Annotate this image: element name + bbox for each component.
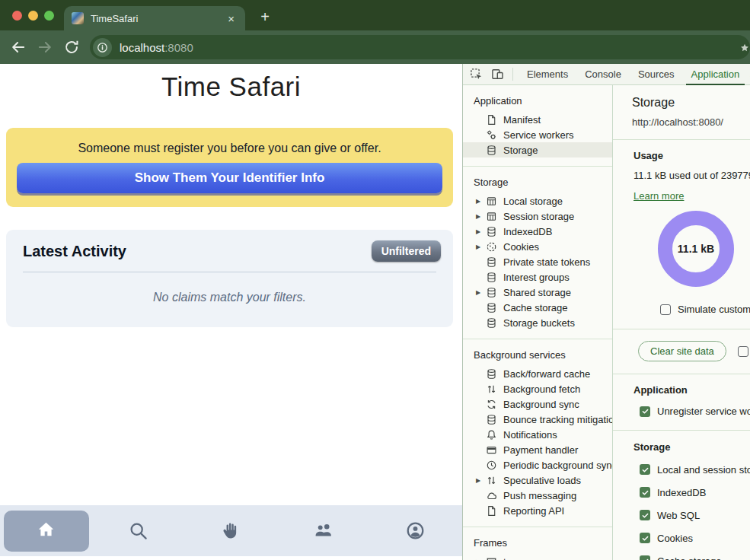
expand-arrow-icon[interactable]: ▶ (476, 243, 486, 250)
database-icon (486, 226, 497, 237)
expand-arrow-icon[interactable]: ▶ (476, 228, 486, 235)
people-icon[interactable] (313, 520, 334, 542)
usage-text: 11.1 kB used out of 239779 (634, 170, 750, 181)
tab-elements[interactable]: Elements (519, 64, 576, 85)
browser-tab[interactable]: TimeSafari × (64, 6, 245, 30)
forward-icon[interactable] (37, 39, 53, 56)
tab-console[interactable]: Console (576, 64, 630, 85)
document-icon (486, 505, 497, 517)
alert-message: Someone must register you before you can… (6, 142, 453, 155)
tree-item-cache-storage[interactable]: Cache storage (463, 300, 612, 315)
expand-arrow-icon[interactable]: ▶ (476, 213, 486, 220)
nav-home-button[interactable] (4, 511, 89, 552)
local-session-checkbox[interactable] (640, 464, 650, 475)
websql-checkbox[interactable] (640, 510, 650, 520)
tree-item-label: Speculative loads (503, 475, 581, 486)
tree-item-private-state-tokens[interactable]: Private state tokens (463, 254, 612, 269)
database-icon (486, 256, 497, 268)
expand-arrow-icon[interactable]: ▶ (476, 289, 486, 296)
inspect-element-icon[interactable] (470, 68, 483, 81)
tree-item-shared-storage[interactable]: ▶Shared storage (463, 285, 612, 300)
checkbox-label: Cache storage (657, 555, 722, 560)
tab-application[interactable]: Application (683, 64, 748, 85)
new-tab-button[interactable]: + (254, 7, 276, 28)
tree-item-payment-handler[interactable]: Payment handler (463, 442, 612, 457)
unregister-sw-checkbox[interactable] (640, 406, 650, 417)
page-content: Time Safari Someone must register you be… (0, 64, 462, 560)
tree-item-local-storage[interactable]: ▶Local storage (463, 193, 612, 208)
learn-more-link[interactable]: Learn more (634, 190, 684, 202)
tree-item-label: Cookies (503, 241, 539, 253)
tree-item-label: Notifications (503, 429, 557, 441)
page-title: Time Safari (0, 64, 462, 102)
tab-close-icon[interactable]: × (225, 11, 238, 26)
search-icon[interactable] (128, 520, 149, 542)
tree-item-background-sync[interactable]: Background sync (463, 396, 612, 412)
unfiltered-button[interactable]: Unfiltered (372, 240, 441, 262)
latest-activity-card: Latest Activity Unfiltered No claims mat… (6, 230, 453, 327)
tree-item-speculative-loads[interactable]: ▶Speculative loads (463, 473, 612, 488)
reload-icon[interactable] (63, 39, 80, 56)
hand-icon[interactable] (220, 520, 241, 542)
profile-icon[interactable] (405, 520, 426, 542)
address-bar[interactable]: localhost:8080 (90, 35, 750, 59)
close-window-button[interactable] (12, 11, 22, 21)
clear-site-data-button[interactable]: Clear site data (638, 341, 726, 361)
tree-item-top-frame[interactable]: ▶top (463, 554, 612, 560)
site-info-icon[interactable] (93, 38, 112, 57)
tree-item-storage[interactable]: Storage (463, 142, 612, 158)
checkbox-label: IndexedDB (657, 487, 706, 498)
tree-item-label: IndexedDB (503, 226, 552, 237)
bell-icon (486, 429, 497, 441)
tree-item-interest-groups[interactable]: Interest groups (463, 269, 612, 285)
tree-item-push-messaging[interactable]: Push messaging (463, 488, 612, 503)
usage-heading: Usage (634, 150, 750, 161)
tree-item-label: top (503, 556, 517, 560)
tree-item-indexeddb[interactable]: ▶IndexedDB (463, 224, 612, 239)
tree-item-storage-buckets[interactable]: Storage buckets (463, 315, 612, 330)
url-text: localhost:8080 (120, 41, 193, 54)
tree-item-label: Interest groups (503, 272, 570, 283)
table-icon (486, 211, 497, 222)
tree-item-service-workers[interactable]: Service workers (463, 127, 612, 142)
url-host: localhost (120, 41, 164, 54)
database-icon (486, 317, 497, 329)
tree-item-label: Background sync (503, 399, 579, 410)
expand-arrow-icon[interactable]: ▶ (476, 477, 486, 484)
simulate-quota-checkbox[interactable] (660, 304, 671, 315)
maximize-window-button[interactable] (44, 11, 54, 21)
show-identifier-info-button[interactable]: Show Them Your Identifier Info (17, 163, 442, 193)
tree-item-notifications[interactable]: Notifications (463, 427, 612, 442)
card-icon (486, 444, 497, 456)
tab-title: TimeSafari (91, 13, 225, 24)
back-icon[interactable] (10, 39, 27, 56)
cookies-checkbox[interactable] (640, 533, 650, 543)
gears-icon (486, 129, 497, 141)
tree-item-periodic-background-sync[interactable]: Periodic background sync (463, 457, 612, 473)
tree-item-cookies[interactable]: ▶Cookies (463, 239, 612, 254)
bottom-nav (0, 505, 462, 556)
bookmark-icon[interactable] (740, 42, 749, 52)
tab-sources[interactable]: Sources (630, 64, 683, 85)
updown-arrows-icon (486, 383, 497, 395)
tree-item-back-forward-cache[interactable]: Back/forward cache (463, 366, 612, 381)
tree-item-background-fetch[interactable]: Background fetch (463, 381, 612, 396)
url-port: :8080 (164, 41, 193, 54)
tree-item-reporting-api[interactable]: Reporting API (463, 503, 612, 518)
device-toolbar-icon[interactable] (491, 68, 504, 81)
tab-favicon (72, 12, 84, 24)
application-tree: Application Manifest Service workers Sto… (463, 85, 613, 560)
unregister-sw-label: Unregister service workers (657, 406, 750, 417)
database-icon (486, 287, 497, 298)
sync-icon (486, 399, 497, 410)
tree-item-label: Payment handler (503, 444, 578, 456)
minimize-window-button[interactable] (28, 11, 38, 21)
tree-item-session-storage[interactable]: ▶Session storage (463, 208, 612, 224)
expand-arrow-icon[interactable]: ▶ (476, 198, 486, 205)
tree-item-label: Session storage (503, 211, 574, 222)
cache-storage-checkbox[interactable] (640, 555, 650, 560)
tree-item-bounce-tracking[interactable]: Bounce tracking mitigations (463, 412, 612, 427)
third-party-cookies-checkbox[interactable] (738, 346, 748, 357)
tree-item-manifest[interactable]: Manifest (463, 112, 612, 127)
indexeddb-checkbox[interactable] (640, 487, 650, 498)
